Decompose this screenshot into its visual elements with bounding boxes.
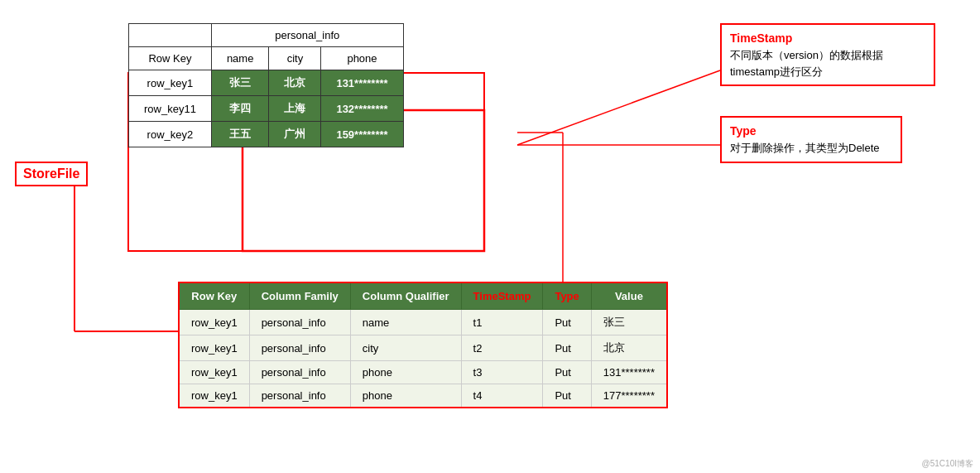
br-value-1: 北京 [591,335,667,361]
storefile-text: StoreFile [23,167,79,181]
br-type-0: Put [543,310,591,335]
table-row: row_key1 personal_info city t2 Put 北京 [179,335,667,361]
annotation-timestamp-body: 不同版本（version）的数据根据timestamp进行区分 [730,47,925,80]
annotation-type-body: 对于删除操作，其类型为Delete [730,140,892,157]
row-key-3: row_key2 [129,122,212,147]
row-key-2: row_key11 [129,96,212,122]
br-value-2: 131******** [591,361,667,384]
top-table-wrapper: personal_info Row Key name city phone ro… [128,23,404,147]
phone-header: phone [321,47,403,70]
br-family-1: personal_info [249,335,350,361]
city-header: city [269,47,321,70]
name-2: 李四 [211,96,269,122]
bh-value: Value [591,282,667,310]
bottom-table-header: Row Key Column Family Column Qualifier T… [179,282,667,310]
phone-1: 131******** [321,70,403,96]
personal-info-header-row: personal_info [129,24,404,47]
br-rowkey-0: row_key1 [179,310,249,335]
phone-3: 159******** [321,122,403,147]
br-timestamp-1: t2 [461,335,543,361]
table-row: row_key11 李四 上海 132******** [129,96,404,122]
svg-line-2 [517,70,720,145]
br-value-3: 177******** [591,384,667,408]
empty-corner [129,24,212,47]
phone-2: 132******** [321,96,403,122]
br-family-3: personal_info [249,384,350,408]
bh-qualifier: Column Qualifier [350,282,461,310]
name-1: 张三 [211,70,269,96]
br-qualifier-0: name [350,310,461,335]
city-1: 北京 [269,70,321,96]
city-2: 上海 [269,96,321,122]
column-header-row: Row Key name city phone [129,47,404,70]
annotation-type-title: Type [730,123,892,140]
bh-rowkey: Row Key [179,282,249,310]
table-row: row_key1 personal_info phone t3 Put 131*… [179,361,667,384]
row-key-header: Row Key [129,47,212,70]
br-rowkey-1: row_key1 [179,335,249,361]
br-qualifier-1: city [350,335,461,361]
bh-timestamp: TimeStamp [461,282,543,310]
br-timestamp-0: t1 [461,310,543,335]
name-3: 王五 [211,122,269,147]
br-type-3: Put [543,384,591,408]
br-value-0: 张三 [591,310,667,335]
annotation-timestamp-title: TimeStamp [730,30,925,47]
main-container: StoreFile personal_info Row Key name cit… [0,0,980,473]
br-qualifier-3: phone [350,384,461,408]
storefile-label: StoreFile [15,162,88,186]
city-3: 广州 [269,122,321,147]
br-type-2: Put [543,361,591,384]
bottom-table-body: row_key1 personal_info name t1 Put 张三 ro… [179,310,667,408]
br-rowkey-2: row_key1 [179,361,249,384]
table-row: row_key1 张三 北京 131******** [129,70,404,96]
bottom-header-row: Row Key Column Family Column Qualifier T… [179,282,667,310]
table-row: row_key1 personal_info name t1 Put 张三 [179,310,667,335]
br-timestamp-2: t3 [461,361,543,384]
br-family-2: personal_info [249,361,350,384]
name-header: name [211,47,269,70]
table-row: row_key2 王五 广州 159******** [129,122,404,147]
br-type-1: Put [543,335,591,361]
bh-type: Type [543,282,591,310]
personal-info-header: personal_info [211,24,403,47]
bottom-table-wrapper: Row Key Column Family Column Qualifier T… [178,282,668,408]
br-rowkey-3: row_key1 [179,384,249,408]
bottom-table: Row Key Column Family Column Qualifier T… [178,282,668,408]
bh-family: Column Family [249,282,350,310]
watermark: @51C10I博客 [922,458,973,470]
br-qualifier-2: phone [350,361,461,384]
table-row: row_key1 personal_info phone t4 Put 177*… [179,384,667,408]
row-key-1: row_key1 [129,70,212,96]
top-table: personal_info Row Key name city phone ro… [128,23,404,147]
annotation-timestamp-box: TimeStamp 不同版本（version）的数据根据timestamp进行区… [720,23,935,86]
br-timestamp-3: t4 [461,384,543,408]
annotation-type-box: Type 对于删除操作，其类型为Delete [720,116,902,163]
br-family-0: personal_info [249,310,350,335]
